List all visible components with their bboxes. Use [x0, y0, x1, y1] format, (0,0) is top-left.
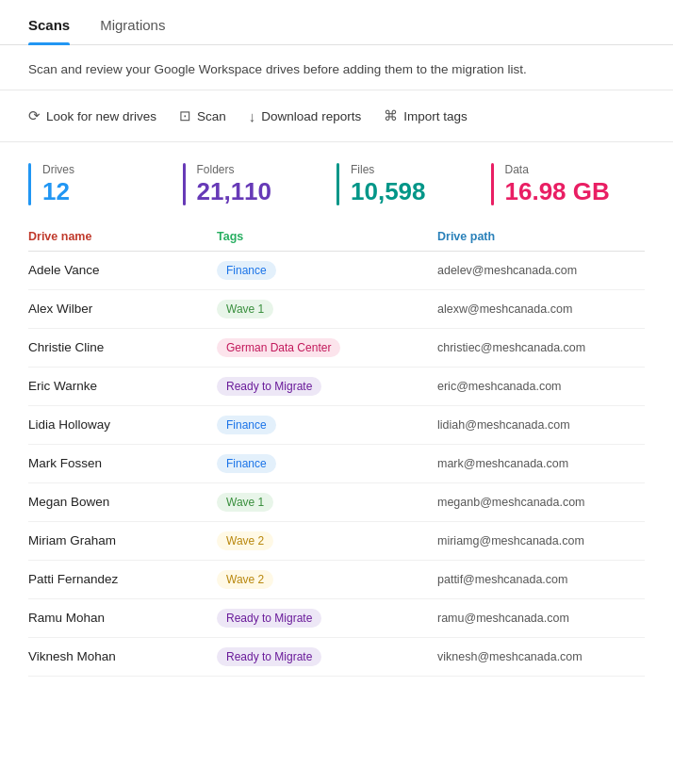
stat-bar-files: [336, 163, 339, 205]
cell-drive-name: Miriam Graham: [28, 533, 217, 547]
import-tags-button[interactable]: ⌘ Import tags: [384, 104, 468, 128]
cell-drive-path: meganb@meshcanada.com: [437, 496, 645, 509]
column-header-tags: Tags: [217, 230, 437, 243]
table-body: Adele Vance Finance adelev@meshcanada.co…: [28, 252, 645, 677]
cell-drive-name: Adele Vance: [28, 263, 217, 277]
table-row[interactable]: Lidia Holloway Finance lidiah@meshcanada…: [28, 406, 645, 445]
cell-drive-name: Mark Fossen: [28, 456, 217, 470]
cell-drive-name: Lidia Holloway: [28, 417, 217, 432]
tag-ready: Ready to Migrate: [217, 377, 321, 396]
cell-drive-name: Eric Warnke: [28, 379, 217, 393]
cell-tags: German Data Center: [217, 338, 437, 357]
table-header-row: Drive name Tags Drive path: [28, 222, 645, 252]
table-row[interactable]: Ramu Mohan Ready to Migrate ramu@meshcan…: [28, 599, 645, 638]
column-header-drive-name: Drive name: [28, 230, 217, 243]
tag-finance: Finance: [217, 261, 276, 280]
tab-migrations[interactable]: Migrations: [100, 17, 165, 44]
tag-ready: Ready to Migrate: [217, 609, 321, 628]
stat-value-data: 16.98 GB: [505, 178, 610, 205]
tag-wave2: Wave 2: [217, 570, 273, 589]
download-icon: ↓: [249, 108, 256, 124]
stat-files: Files 10,598: [336, 163, 491, 205]
tag-finance: Finance: [217, 416, 276, 434]
toolbar: ⟳ Look for new drives ⊡ Scan ↓ Download …: [0, 90, 673, 142]
stat-value-files: 10,598: [351, 178, 426, 205]
cell-drive-path: eric@meshcanada.com: [437, 380, 645, 393]
stat-label-drives: Drives: [42, 163, 74, 176]
stat-content-files: Files 10,598: [351, 163, 426, 205]
cell-drive-path: mark@meshcanada.com: [437, 457, 645, 470]
cell-drive-path: adelev@meshcanada.com: [437, 264, 645, 277]
cell-tags: Ready to Migrate: [217, 647, 437, 666]
table-row[interactable]: Alex Wilber Wave 1 alexw@meshcanada.com: [28, 290, 645, 329]
table-row[interactable]: Patti Fernandez Wave 2 pattif@meshcanada…: [28, 561, 645, 599]
table-row[interactable]: Miriam Graham Wave 2 miriamg@meshcanada.…: [28, 522, 645, 561]
cell-drive-path: ramu@meshcanada.com: [437, 612, 645, 625]
download-reports-button[interactable]: ↓ Download reports: [249, 105, 361, 128]
cell-tags: Wave 2: [217, 570, 437, 589]
stat-bar-data: [491, 163, 494, 205]
tag-german: German Data Center: [217, 338, 340, 357]
table-row[interactable]: Christie Cline German Data Center christ…: [28, 329, 645, 368]
tag-wave1: Wave 1: [217, 300, 273, 318]
table-row[interactable]: Eric Warnke Ready to Migrate eric@meshca…: [28, 368, 645, 406]
cell-drive-name: Patti Fernandez: [28, 572, 217, 586]
stat-content-drives: Drives 12: [42, 163, 74, 205]
stats-bar: Drives 12 Folders 21,110 Files 10,598 Da…: [0, 142, 673, 222]
cell-tags: Wave 1: [217, 300, 437, 318]
stat-value-drives: 12: [42, 178, 74, 205]
stat-bar-drives: [28, 163, 31, 205]
tag-finance: Finance: [217, 454, 276, 473]
cell-drive-name: Alex Wilber: [28, 302, 217, 316]
stat-label-folders: Folders: [197, 163, 272, 176]
tab-bar: Scans Migrations: [0, 0, 673, 45]
table-row[interactable]: Mark Fossen Finance mark@meshcanada.com: [28, 445, 645, 483]
tag-wave1: Wave 1: [217, 493, 273, 512]
table-row[interactable]: Viknesh Mohan Ready to Migrate viknesh@m…: [28, 638, 645, 677]
drives-table: Drive name Tags Drive path Adele Vance F…: [0, 222, 673, 677]
stat-content-data: Data 16.98 GB: [505, 163, 610, 205]
cell-drive-name: Viknesh Mohan: [28, 649, 217, 663]
stat-label-files: Files: [351, 163, 426, 176]
page-description: Scan and review your Google Workspace dr…: [0, 45, 673, 90]
stat-drives: Drives 12: [28, 163, 183, 205]
cell-drive-name: Megan Bowen: [28, 495, 217, 509]
stat-label-data: Data: [505, 163, 610, 176]
cell-drive-path: lidiah@meshcanada.com: [437, 418, 645, 432]
stat-content-folders: Folders 21,110: [197, 163, 272, 205]
cell-drive-path: pattif@meshcanada.com: [437, 573, 645, 586]
stat-folders: Folders 21,110: [183, 163, 337, 205]
scan-button[interactable]: ⊡ Scan: [179, 104, 226, 128]
tag-icon: ⌘: [384, 107, 398, 124]
table-row[interactable]: Adele Vance Finance adelev@meshcanada.co…: [28, 252, 645, 290]
stat-value-folders: 21,110: [197, 178, 272, 205]
tag-wave2: Wave 2: [217, 531, 273, 550]
stat-data: Data 16.98 GB: [491, 163, 646, 205]
cell-drive-path: alexw@meshcanada.com: [437, 302, 645, 316]
tag-ready: Ready to Migrate: [217, 647, 321, 666]
cell-drive-name: Christie Cline: [28, 340, 217, 354]
stat-bar-folders: [183, 163, 186, 205]
cell-drive-name: Ramu Mohan: [28, 611, 217, 625]
cell-tags: Wave 2: [217, 531, 437, 550]
refresh-icon: ⟳: [28, 107, 41, 124]
cell-drive-path: miriamg@meshcanada.com: [437, 534, 645, 547]
cell-tags: Wave 1: [217, 493, 437, 512]
look-for-new-drives-button[interactable]: ⟳ Look for new drives: [28, 104, 156, 128]
tab-scans[interactable]: Scans: [28, 17, 70, 44]
column-header-drive-path: Drive path: [437, 230, 645, 243]
cell-tags: Ready to Migrate: [217, 609, 437, 628]
cell-drive-path: christiec@meshcanada.com: [437, 341, 645, 354]
table-row[interactable]: Megan Bowen Wave 1 meganb@meshcanada.com: [28, 483, 645, 522]
cell-tags: Finance: [217, 454, 437, 473]
cell-tags: Finance: [217, 416, 437, 434]
scan-icon: ⊡: [179, 107, 191, 124]
cell-tags: Finance: [217, 261, 437, 280]
cell-drive-path: viknesh@meshcanada.com: [437, 650, 645, 663]
cell-tags: Ready to Migrate: [217, 377, 437, 396]
